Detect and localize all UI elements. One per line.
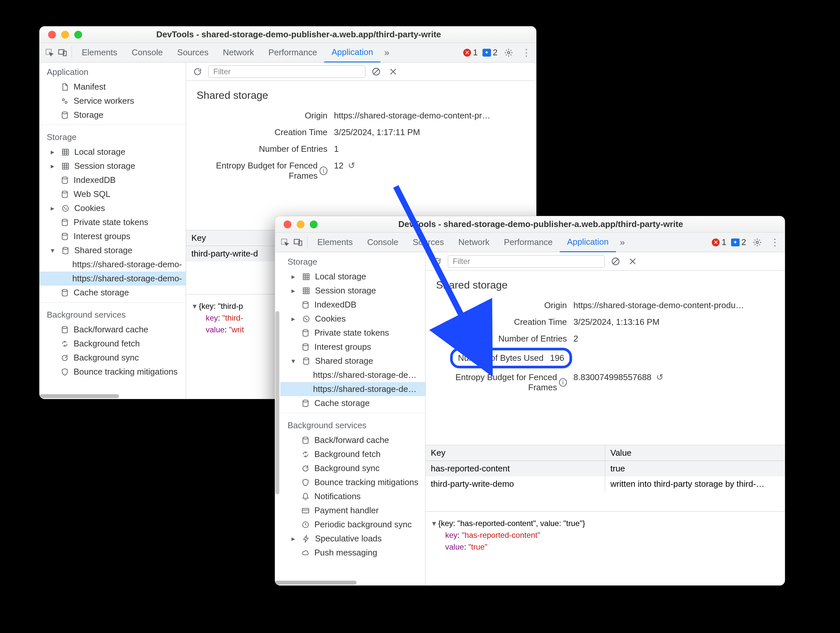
- sidebar-item-cookies[interactable]: ▸Cookies: [39, 201, 186, 215]
- maximize-icon[interactable]: [74, 31, 82, 39]
- sidebar-item-cache-storage[interactable]: Cache storage: [280, 396, 425, 410]
- tab-network[interactable]: Network: [451, 233, 497, 252]
- more-tabs-icon[interactable]: »: [381, 46, 393, 59]
- errors-count: 1: [722, 237, 726, 247]
- chevron-down-icon[interactable]: ▾: [193, 302, 199, 311]
- chevron-down-icon[interactable]: ▾: [432, 519, 438, 528]
- sidebar-item-bf-cache[interactable]: Back/forward cache: [280, 433, 425, 447]
- sidebar-item-session-storage[interactable]: ▸Session storage: [280, 284, 425, 298]
- errors-count: 1: [473, 47, 478, 58]
- cloud-icon: [301, 549, 310, 557]
- sidebar-leaf-shared-b[interactable]: https://shared-storage-demo-: [280, 382, 425, 396]
- col-key[interactable]: Key: [426, 445, 605, 461]
- sidebar-item-websql[interactable]: Web SQL: [39, 187, 186, 201]
- tab-network[interactable]: Network: [216, 43, 261, 63]
- device-icon[interactable]: [291, 236, 305, 249]
- database-icon: [301, 436, 310, 444]
- messages-badge[interactable]: ✦2: [483, 47, 497, 58]
- object-viewer: ▾ {key: "has-reported-content", value: "…: [426, 511, 785, 559]
- reload-icon[interactable]: [431, 255, 443, 268]
- table-row[interactable]: third-party-write-demowritten into third…: [426, 476, 785, 492]
- database-icon: [60, 326, 69, 334]
- gear-icon[interactable]: [502, 46, 515, 59]
- block-icon[interactable]: [609, 255, 622, 268]
- sidebar-item-bounce-tracking[interactable]: Bounce tracking mitigations: [280, 475, 425, 489]
- errors-badge[interactable]: ✕1: [712, 237, 726, 247]
- scrollbar-vertical[interactable]: [275, 252, 279, 585]
- sidebar-item-bg-fetch[interactable]: Background fetch: [39, 336, 186, 351]
- sidebar-item-service-workers[interactable]: Service workers: [39, 94, 186, 108]
- messages-badge[interactable]: ✦2: [731, 237, 746, 247]
- sidebar-leaf-shared-a[interactable]: https://shared-storage-demo-: [280, 368, 425, 382]
- sidebar-leaf-shared-b[interactable]: https://shared-storage-demo-: [39, 272, 186, 286]
- tab-elements[interactable]: Elements: [310, 233, 360, 252]
- sidebar-item-payment-handler[interactable]: Payment handler: [280, 504, 425, 518]
- kebab-icon[interactable]: ⋮: [768, 236, 782, 249]
- kv-creation-time: Creation Time3/25/2024, 1:13:16 PM: [426, 314, 785, 330]
- undo-icon[interactable]: ↺: [656, 372, 663, 382]
- sidebar-item-indexeddb[interactable]: IndexedDB: [280, 298, 425, 312]
- sidebar-item-bf-cache[interactable]: Back/forward cache: [39, 322, 186, 336]
- sidebar-item-bg-sync[interactable]: Background sync: [280, 461, 425, 475]
- sidebar-item-manifest[interactable]: Manifest: [39, 80, 186, 94]
- tab-sources[interactable]: Sources: [170, 43, 216, 63]
- table-row[interactable]: has-reported-contenttrue: [426, 461, 785, 476]
- clock-icon: [301, 521, 310, 529]
- maximize-icon[interactable]: [310, 221, 317, 228]
- sidebar-item-session-storage[interactable]: ▸Session storage: [39, 159, 186, 173]
- errors-badge[interactable]: ✕1: [463, 47, 478, 58]
- tab-console[interactable]: Console: [360, 233, 405, 252]
- sidebar-item-local-storage[interactable]: ▸Local storage: [280, 270, 425, 284]
- titlebar: DevTools - shared-storage-demo-publisher…: [39, 27, 536, 43]
- more-tabs-icon[interactable]: »: [616, 236, 629, 249]
- info-icon[interactable]: i: [320, 167, 327, 175]
- info-icon[interactable]: i: [559, 378, 567, 387]
- close-icon[interactable]: [627, 255, 639, 268]
- minimize-icon[interactable]: [61, 31, 69, 39]
- tab-console[interactable]: Console: [124, 43, 170, 63]
- close-icon[interactable]: [284, 221, 291, 228]
- reload-icon[interactable]: [191, 65, 204, 78]
- tab-performance[interactable]: Performance: [261, 43, 324, 63]
- sync-icon: [60, 340, 69, 348]
- sidebar-item-cookies[interactable]: ▸Cookies: [280, 312, 425, 326]
- sidebar-item-shared-storage[interactable]: ▾Shared storage: [39, 243, 186, 257]
- close-icon[interactable]: [387, 65, 399, 78]
- sidebar-item-interest-groups[interactable]: Interest groups: [39, 229, 186, 243]
- device-icon[interactable]: [56, 46, 69, 59]
- scrollbar-horizontal[interactable]: [275, 581, 423, 584]
- sidebar-item-private-state-tokens[interactable]: Private state tokens: [280, 326, 425, 340]
- inspect-icon[interactable]: [278, 236, 291, 249]
- minimize-icon[interactable]: [297, 221, 305, 228]
- filter-input[interactable]: Filter: [448, 255, 605, 268]
- tab-application[interactable]: Application: [324, 43, 380, 63]
- tab-elements[interactable]: Elements: [74, 43, 124, 63]
- sidebar-item-local-storage[interactable]: ▸Local storage: [39, 145, 186, 159]
- sidebar-item-private-state-tokens[interactable]: Private state tokens: [39, 215, 186, 229]
- inspect-icon[interactable]: [43, 46, 56, 59]
- sidebar-item-speculative-loads[interactable]: ▸Speculative loads: [280, 532, 425, 546]
- sidebar-item-notifications[interactable]: Notifications: [280, 489, 425, 504]
- sidebar-item-bg-fetch[interactable]: Background fetch: [280, 447, 425, 461]
- tab-application[interactable]: Application: [560, 233, 616, 252]
- col-value[interactable]: Value: [605, 445, 785, 461]
- sidebar-item-shared-storage[interactable]: ▾Shared storage: [280, 354, 425, 368]
- sidebar-item-push-messaging[interactable]: Push messaging: [280, 546, 425, 560]
- sidebar-item-indexeddb[interactable]: IndexedDB: [39, 173, 186, 187]
- scrollbar-horizontal[interactable]: [39, 394, 184, 398]
- gear-icon[interactable]: [751, 236, 764, 249]
- sidebar-item-bg-sync[interactable]: Background sync: [39, 351, 186, 365]
- filter-input[interactable]: Filter: [208, 65, 365, 78]
- devtools-tabs: Elements Console Sources Network Perform…: [39, 43, 536, 63]
- kebab-icon[interactable]: ⋮: [520, 46, 533, 59]
- sidebar-item-interest-groups[interactable]: Interest groups: [280, 340, 425, 354]
- sidebar-item-storage[interactable]: Storage: [39, 108, 186, 122]
- close-icon[interactable]: [48, 31, 56, 39]
- sidebar-leaf-shared-a[interactable]: https://shared-storage-demo-: [39, 257, 186, 272]
- block-icon[interactable]: [370, 65, 382, 78]
- tab-performance[interactable]: Performance: [497, 233, 560, 252]
- tab-sources[interactable]: Sources: [406, 233, 451, 252]
- sidebar-item-cache-storage[interactable]: Cache storage: [39, 286, 186, 300]
- sidebar-item-periodic-bg-sync[interactable]: Periodic background sync: [280, 518, 425, 532]
- undo-icon[interactable]: ↺: [348, 161, 355, 171]
